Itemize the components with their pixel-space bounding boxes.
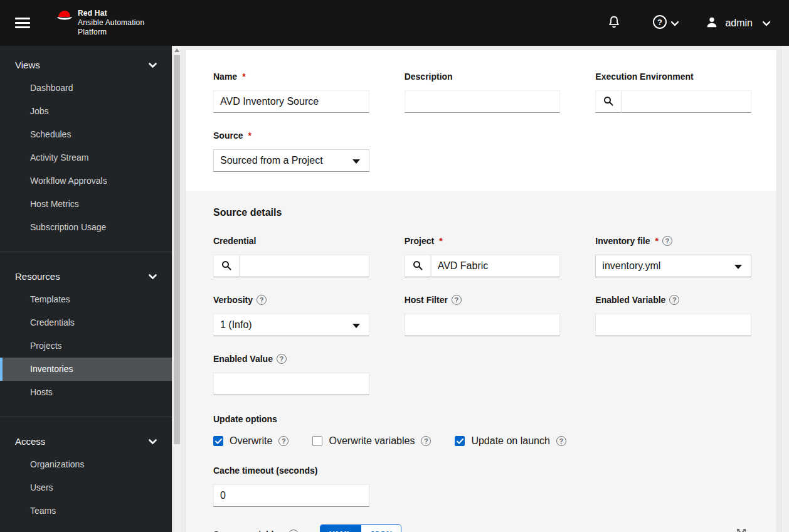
verbosity-select[interactable]: 1 (Info): [213, 314, 369, 336]
expand-editor-button[interactable]: [736, 528, 746, 532]
yaml-toggle-button[interactable]: YAML: [320, 525, 361, 532]
enabled-variable-input[interactable]: [595, 314, 751, 336]
project-search-button[interactable]: [405, 255, 431, 277]
source-variables-help-icon[interactable]: ?: [289, 529, 299, 532]
host-filter-help-icon[interactable]: ?: [452, 295, 462, 305]
enabled-variable-help-icon[interactable]: ?: [669, 295, 679, 305]
name-label: Name *: [213, 70, 369, 83]
enabled-value-help-icon[interactable]: ?: [277, 354, 287, 364]
inventory-file-label: Inventory file * ?: [595, 235, 751, 247]
name-field-group: Name *: [213, 70, 369, 113]
execution-environment-field-group: Execution Environment: [595, 70, 751, 113]
enabled-variable-field-group: Enabled Variable ?: [595, 294, 751, 336]
source-variables-row: Source variables ? YAML JSON: [213, 524, 751, 532]
sidebar-item-credentials[interactable]: Credentials: [0, 311, 172, 334]
required-asterisk: *: [242, 70, 245, 83]
update-on-launch-help-icon[interactable]: ?: [556, 436, 566, 446]
sidebar-item-teams[interactable]: Teams: [0, 499, 172, 523]
overwrite-checkbox-item: Overwrite ?: [213, 435, 289, 447]
source-details-title: Source details: [213, 207, 751, 218]
json-toggle-button[interactable]: JSON: [361, 525, 401, 532]
sidebar-item-host-metrics[interactable]: Host Metrics: [0, 193, 172, 216]
inventory-file-select[interactable]: inventory.yml: [595, 255, 751, 277]
question-circle-icon: ?: [652, 14, 667, 32]
notifications-button[interactable]: [597, 11, 631, 36]
scrollbar-up-arrow-icon[interactable]: [174, 48, 179, 52]
update-on-launch-checkbox[interactable]: [455, 436, 465, 446]
form-top-section: Name * Description Execution Environment: [186, 50, 776, 191]
cache-timeout-input[interactable]: [213, 484, 369, 507]
inventory-file-field-group: Inventory file * ? inventory.yml: [595, 235, 751, 277]
sidebar-item-subscription-usage[interactable]: Subscription Usage: [0, 216, 172, 239]
inventory-file-help-icon[interactable]: ?: [662, 236, 672, 246]
credential-label: Credential: [213, 235, 369, 247]
brand-line1: Red Hat: [78, 9, 144, 18]
brand-line2: Ansible Automation: [78, 18, 144, 28]
sidebar-item-inventories[interactable]: Inventories: [0, 358, 172, 381]
page-scrollbar[interactable]: [781, 46, 789, 532]
nav-group-resources-label: Resources: [15, 271, 60, 282]
sidebar-item-hosts[interactable]: Hosts: [0, 381, 172, 404]
chevron-down-icon: [149, 436, 157, 447]
cache-timeout-label: Cache timeout (seconds): [213, 464, 369, 477]
inventory-source-form-card: Name * Description Execution Environment: [186, 50, 776, 532]
name-input[interactable]: [213, 90, 369, 113]
nav-group-views[interactable]: Views: [0, 51, 172, 77]
scrollbar-thumb[interactable]: [174, 55, 180, 444]
bell-icon: [607, 15, 621, 31]
user-menu-button[interactable]: admin: [705, 15, 770, 31]
project-label: Project *: [405, 235, 561, 247]
execution-environment-label: Execution Environment: [595, 70, 751, 83]
user-icon: [705, 15, 719, 31]
host-filter-input[interactable]: [405, 314, 561, 336]
sidebar-item-jobs[interactable]: Jobs: [0, 100, 172, 123]
sidebar-nav: Views Dashboard Jobs Schedules Activity …: [0, 46, 172, 532]
caret-down-icon: [734, 260, 742, 272]
verbosity-help-icon[interactable]: ?: [257, 295, 267, 305]
sidebar-item-activity-stream[interactable]: Activity Stream: [0, 146, 172, 169]
sidebar-item-dashboard[interactable]: Dashboard: [0, 77, 172, 100]
execution-environment-search-button[interactable]: [595, 90, 622, 113]
source-select[interactable]: Sourced from a Project: [213, 149, 369, 172]
overwrite-variables-help-icon[interactable]: ?: [421, 436, 431, 446]
nav-group-access[interactable]: Access: [0, 427, 172, 453]
enabled-value-field-group: Enabled Value ?: [213, 353, 369, 395]
brand-line3: Platform: [78, 28, 144, 37]
search-icon: [603, 96, 613, 108]
sidebar-item-workflow-approvals[interactable]: Workflow Approvals: [0, 169, 172, 193]
description-input[interactable]: [405, 90, 561, 113]
sidebar-item-schedules[interactable]: Schedules: [0, 123, 172, 146]
overwrite-help-icon[interactable]: ?: [278, 436, 289, 446]
sidebar-item-users[interactable]: Users: [0, 476, 172, 499]
caret-down-icon: [352, 155, 360, 166]
sidebar-item-templates[interactable]: Templates: [0, 288, 172, 311]
update-on-launch-checkbox-item: Update on launch ?: [455, 435, 566, 447]
overwrite-checkbox[interactable]: [213, 436, 223, 446]
help-menu-button[interactable]: ?: [642, 11, 689, 36]
nav-toggle-button[interactable]: [15, 16, 30, 31]
credential-input[interactable]: [240, 255, 369, 277]
source-label: Source *: [213, 129, 369, 142]
execution-environment-input[interactable]: [622, 90, 751, 113]
enabled-value-input[interactable]: [213, 373, 369, 395]
credential-search-button[interactable]: [213, 255, 240, 277]
content-scrollbar[interactable]: [172, 46, 181, 532]
nav-group-views-label: Views: [15, 60, 40, 70]
search-icon: [221, 260, 231, 272]
sidebar-item-projects[interactable]: Projects: [0, 334, 172, 358]
chevron-down-icon: [149, 60, 157, 70]
host-filter-label: Host Filter ?: [405, 294, 561, 306]
project-input[interactable]: [431, 255, 561, 277]
overwrite-variables-checkbox-item: Overwrite variables ?: [312, 435, 431, 447]
overwrite-variables-checkbox[interactable]: [312, 436, 322, 446]
nav-group-resources[interactable]: Resources: [0, 262, 172, 288]
main-content: Name * Description Execution Environment: [181, 46, 781, 532]
sidebar-item-organizations[interactable]: Organizations: [0, 453, 172, 476]
brand-logo: Red Hat Ansible Automation Platform: [56, 9, 144, 37]
source-variables-mode-toggle: YAML JSON: [320, 524, 401, 532]
redhat-fedora-icon: [56, 9, 73, 25]
project-field-group: Project *: [405, 235, 561, 277]
description-field-group: Description: [405, 70, 561, 113]
source-variables-label: Source variables ?: [213, 529, 299, 532]
chevron-down-icon: [671, 18, 679, 29]
